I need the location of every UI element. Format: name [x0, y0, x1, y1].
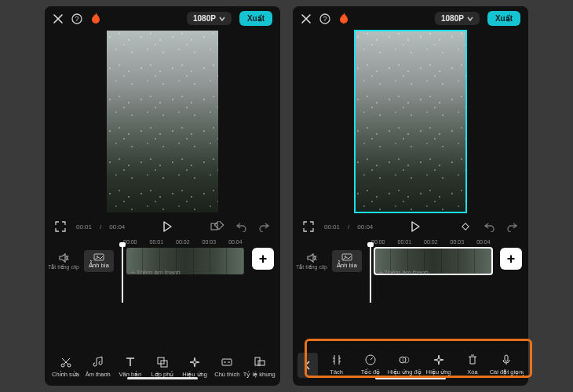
time-sep: /: [348, 223, 349, 230]
time-total: 00:04: [109, 223, 125, 230]
plus-icon: +: [259, 251, 268, 267]
transport-bar: 00:01 / 00:04: [45, 216, 280, 238]
close-icon[interactable]: [301, 13, 312, 24]
cover-label: Ảnh bìa: [337, 262, 357, 269]
time-sep: /: [100, 223, 101, 230]
undo-icon[interactable]: [481, 219, 497, 234]
play-icon[interactable]: [159, 219, 175, 234]
time-total: 00:04: [357, 223, 373, 230]
play-icon[interactable]: [407, 219, 423, 234]
mute-clip-button[interactable]: Tắt tiếng clip: [45, 252, 82, 270]
annotation-highlight: [305, 339, 532, 378]
svg-rect-10: [222, 359, 232, 365]
video-preview[interactable]: [355, 31, 466, 212]
close-icon[interactable]: [53, 13, 64, 24]
export-button[interactable]: Xuất: [239, 11, 272, 26]
fullscreen-icon[interactable]: [301, 219, 316, 234]
resolution-button[interactable]: 1080P: [435, 12, 480, 25]
flame-icon[interactable]: [338, 13, 349, 25]
redo-icon[interactable]: [257, 219, 272, 234]
time-current: 00:01: [76, 223, 92, 230]
timeline-ruler: 00:00 00:01 00:02 00:03 00:04: [45, 239, 280, 245]
svg-text:?: ?: [323, 15, 327, 23]
playhead[interactable]: [122, 245, 123, 303]
cover-icon: [93, 253, 104, 261]
transport-bar: 00:01 / 00:04: [293, 216, 528, 238]
scissors-icon: [60, 355, 72, 369]
redo-icon[interactable]: [505, 219, 520, 234]
mute-clip-button[interactable]: Tắt tiếng clip: [293, 252, 330, 270]
topbar: ? 1080P Xuất: [293, 6, 528, 27]
cover-button[interactable]: Ảnh bìa: [84, 250, 114, 272]
keyframe-icon[interactable]: [210, 219, 225, 234]
text-icon: [124, 355, 137, 369]
export-button[interactable]: Xuất: [487, 11, 520, 26]
add-audio-hint[interactable]: + Thêm âm thanh: [131, 269, 181, 276]
plus-icon: +: [507, 251, 516, 267]
help-icon[interactable]: ?: [319, 13, 330, 24]
tool-effects[interactable]: Hiệu ứng: [179, 355, 211, 378]
preview-area: [45, 27, 280, 216]
add-clip-button[interactable]: +: [500, 248, 522, 270]
ruler-tick: 00:03: [451, 239, 465, 245]
mute-icon: [58, 252, 69, 263]
tool-label: Âm thanh: [86, 371, 111, 378]
fullscreen-icon[interactable]: [53, 219, 68, 234]
video-preview[interactable]: [107, 31, 218, 212]
add-audio-hint[interactable]: + Thêm âm thanh: [379, 269, 429, 276]
timeline: 00:00 00:01 00:02 00:03 00:04 Tắt tiếng …: [293, 238, 528, 278]
timeline: 00:00 00:01 00:02 00:03 00:04 Tắt tiếng …: [45, 238, 280, 278]
svg-rect-15: [462, 223, 469, 230]
ratio-icon: [253, 355, 265, 369]
tool-audio[interactable]: Âm thanh: [82, 355, 114, 378]
cover-label: Ảnh bìa: [89, 262, 109, 269]
bottom-toolbar: Chỉnh sửa Âm thanh Văn bản Lớp phủ Hiệu …: [45, 352, 280, 381]
ruler-tick: 00:02: [176, 239, 190, 245]
resolution-label: 1080P: [193, 14, 216, 23]
topbar: ? 1080P Xuất: [45, 6, 280, 27]
tool-text[interactable]: Văn bản: [114, 355, 146, 378]
tool-ratio[interactable]: Tỷ lệ khung hình: [243, 355, 276, 378]
flame-icon[interactable]: [90, 13, 101, 25]
cover-button[interactable]: Ảnh bìa: [332, 250, 362, 272]
overlay-icon: [156, 355, 169, 369]
svg-rect-3: [214, 221, 223, 230]
svg-text:?: ?: [75, 15, 78, 23]
export-label: Xuất: [247, 14, 265, 23]
editor-screen-main: ? 1080P Xuất 00:01 / 00:04 00:00 00:01: [45, 6, 280, 386]
cover-icon: [341, 253, 352, 261]
ruler-tick: 00:01: [150, 239, 164, 245]
tool-caption[interactable]: Chú thích: [211, 355, 243, 378]
tool-label: Tỷ lệ khung hình: [243, 371, 276, 378]
caption-icon: [221, 355, 233, 369]
preview-area: [293, 27, 528, 216]
mute-label: Tắt tiếng clip: [296, 264, 327, 270]
svg-rect-11: [255, 358, 260, 365]
editor-screen-edit-tools: ? 1080P Xuất 00:01 / 00:04 00:00 00:01: [293, 6, 528, 386]
tool-label: Chú thích: [214, 371, 239, 378]
ruler-tick: 00:01: [398, 239, 412, 245]
resolution-label: 1080P: [441, 14, 464, 23]
add-clip-button[interactable]: +: [252, 248, 274, 270]
help-icon[interactable]: ?: [71, 13, 82, 24]
keyframe-diamond-icon[interactable]: [458, 219, 473, 234]
timeline-ruler: 00:00 00:01 00:02 00:03 00:04: [293, 239, 528, 245]
chevron-down-icon: [219, 16, 225, 22]
mute-label: Tắt tiếng clip: [48, 264, 79, 270]
export-label: Xuất: [495, 14, 513, 23]
sparkle-icon: [188, 355, 201, 369]
undo-icon[interactable]: [233, 219, 249, 234]
ruler-tick: 00:04: [476, 239, 491, 245]
chevron-down-icon: [467, 16, 473, 22]
music-note-icon: [92, 355, 104, 369]
mute-icon: [306, 252, 317, 263]
rain-texture: [107, 31, 218, 212]
resolution-button[interactable]: 1080P: [187, 12, 232, 25]
ruler-tick: 00:02: [424, 239, 438, 245]
playhead[interactable]: [370, 245, 371, 303]
tool-overlay[interactable]: Lớp phủ: [146, 355, 178, 378]
ruler-tick: 00:03: [203, 239, 217, 245]
rain-texture: [355, 31, 466, 212]
time-current: 00:01: [324, 223, 340, 230]
svg-rect-12: [258, 361, 265, 365]
